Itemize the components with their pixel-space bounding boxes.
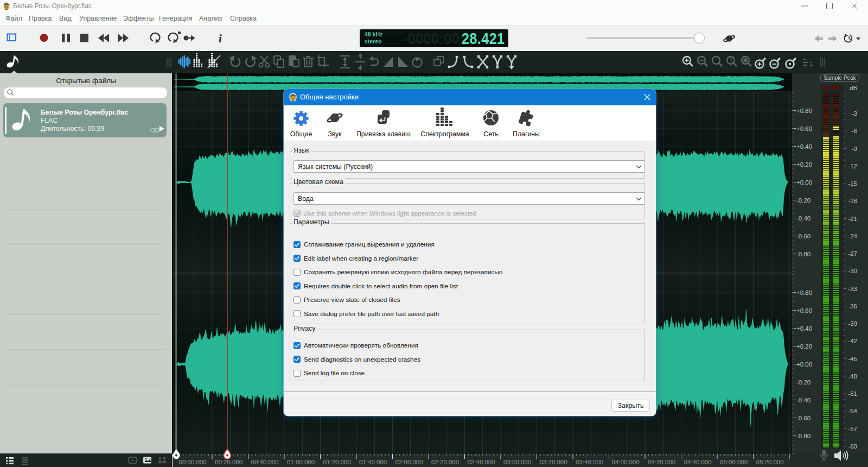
svg-text:-0.40: -0.40 [796,396,810,403]
svg-text:-42: -42 [848,338,857,344]
svg-text:Плагины: Плагины [513,130,540,138]
svg-text:+0.60: +0.60 [796,125,812,131]
svg-text:-0.20: -0.20 [796,378,810,385]
svg-text:04:20.000: 04:20.000 [648,459,675,465]
svg-text:-0.80: -0.80 [796,250,810,257]
svg-text:+0.80: +0.80 [796,289,812,295]
svg-text:05:20.000: 05:20.000 [756,459,784,465]
svg-text:i: i [219,32,222,45]
svg-text:dB: dB [850,85,857,91]
svg-text:00:40.000: 00:40.000 [251,459,279,465]
svg-text:03:20.000: 03:20.000 [540,459,567,465]
svg-text:1: 1 [730,58,733,64]
svg-text:-54: -54 [848,408,857,414]
svg-text:Sample Peak: Sample Peak [824,75,856,81]
svg-text:-48: -48 [848,373,857,379]
svg-text:Привязка клавиш: Привязка клавиш [356,130,411,138]
svg-text:03:00.000: 03:00.000 [503,459,531,465]
svg-text:-15: -15 [848,180,857,187]
svg-text:05:00.000: 05:00.000 [720,459,748,465]
svg-text:-3: -3 [852,110,857,117]
svg-text:+0.40: +0.40 [796,143,812,149]
svg-text:01:40.000: 01:40.000 [359,459,387,465]
svg-text:04:40.000: 04:40.000 [684,459,712,465]
svg-text:+0.20: +0.20 [796,161,812,167]
svg-text:-57: -57 [848,425,857,432]
svg-text:02:40.000: 02:40.000 [468,459,495,465]
svg-text:02:20.000: 02:20.000 [431,459,459,465]
svg-text:-0.60: -0.60 [796,232,810,239]
svg-text:-21: -21 [848,215,857,222]
svg-text:-0.80: -0.80 [796,432,810,439]
svg-text:-45: -45 [848,355,857,362]
svg-text:+0.20: +0.20 [796,343,812,349]
svg-text:+0.80: +0.80 [796,107,812,113]
svg-text:-0.40: -0.40 [796,214,810,221]
svg-text:Звук: Звук [328,130,342,138]
svg-text:-12: -12 [848,162,857,169]
svg-text:04:00.000: 04:00.000 [612,459,640,465]
svg-text:-18: -18 [848,198,857,204]
svg-text:+0.40: +0.40 [796,325,812,331]
svg-text:-0.20: -0.20 [796,197,810,203]
svg-text:-30: -30 [848,268,857,274]
svg-text:-51: -51 [848,390,857,397]
svg-text:01:20.000: 01:20.000 [323,459,351,465]
svg-text:-9: -9 [852,145,857,152]
svg-text:-27: -27 [848,250,857,257]
svg-text:Сеть: Сеть [483,130,498,138]
svg-text:-36: -36 [848,302,857,309]
svg-text:02:00.000: 02:00.000 [395,459,423,465]
svg-text:03:40.000: 03:40.000 [576,459,603,465]
svg-text:Общие: Общие [290,130,312,138]
svg-text:01:00.000: 01:00.000 [287,459,315,465]
svg-text:-33: -33 [848,285,857,292]
svg-text:-39: -39 [848,320,857,327]
svg-text:+0.00: +0.00 [796,179,812,185]
svg-text:+0.00: +0.00 [796,361,812,367]
svg-text:-0.60: -0.60 [796,414,810,421]
svg-text:Спектрограмма: Спектрограмма [420,130,469,138]
svg-text:+0.60: +0.60 [796,307,812,313]
svg-text:-6: -6 [852,128,857,134]
svg-text:-24: -24 [848,232,857,239]
